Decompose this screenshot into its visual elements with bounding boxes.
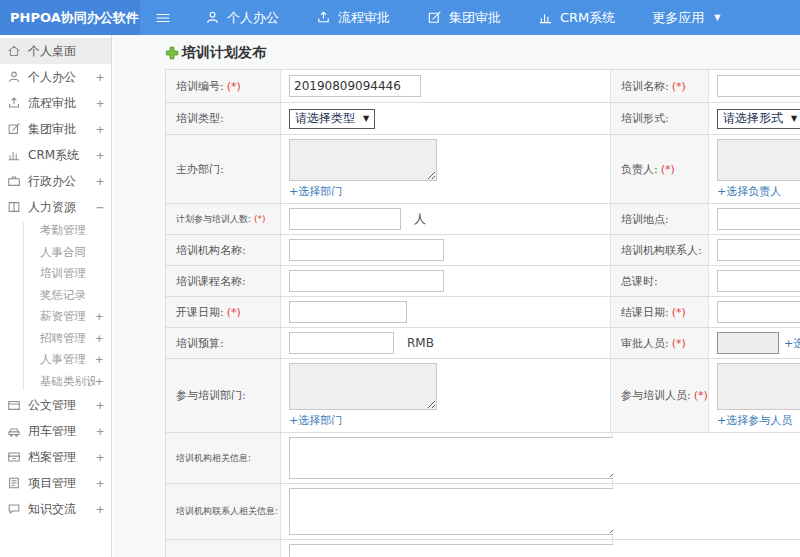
sidebar-subitem-recruitment-mgmt[interactable]: 招聘管理+ [0, 328, 111, 350]
training-location-input[interactable] [717, 208, 800, 230]
required-marker: (*) [227, 80, 241, 93]
sidebar-item-admin-office[interactable]: 行政办公+ [0, 168, 111, 194]
sidebar-item-document-mgmt[interactable]: 公文管理+ [0, 392, 111, 418]
field-cell [281, 540, 613, 557]
training-number-input[interactable] [289, 75, 421, 97]
sidebar-item-label: 用车管理 [28, 423, 96, 440]
field-label-text: 参与培训部门: [176, 388, 246, 403]
budget-input[interactable] [289, 332, 394, 354]
topnav-group-approval[interactable]: 集团审批 [427, 9, 501, 27]
archive-icon [7, 450, 22, 464]
sidebar-subitem-label: 薪资管理 [40, 309, 95, 324]
training-name-input[interactable] [717, 75, 800, 97]
end-date-input[interactable] [717, 301, 800, 323]
topnav-crm-system[interactable]: CRM系统 [538, 9, 615, 27]
required-marker: (*) [672, 337, 686, 350]
training-form-select[interactable]: 请选择形式▼ [717, 109, 800, 129]
course-name-input[interactable] [289, 270, 444, 292]
topnav-label: 更多应用 [652, 9, 704, 27]
hamburger-menu-icon[interactable] [155, 10, 171, 26]
org-contact-input[interactable] [717, 239, 800, 261]
start-date-input[interactable] [289, 301, 407, 323]
participants-textarea[interactable] [717, 363, 800, 410]
sidebar-item-project-mgmt[interactable]: 项目管理+ [0, 470, 111, 496]
expand-plus-icon[interactable]: + [96, 476, 104, 491]
expand-plus-icon[interactable]: + [96, 398, 104, 413]
participating-departments-picker-link[interactable]: +选择部门 [289, 413, 437, 428]
expand-plus-icon[interactable]: + [96, 96, 104, 111]
approvers-input[interactable] [717, 332, 779, 354]
sidebar-item-personal-desktop[interactable]: 个人桌面 [0, 38, 111, 64]
training-type-select[interactable]: 请选择类型▼ [289, 109, 375, 129]
participants-picker-link[interactable]: +选择参与人员 [717, 413, 800, 428]
planned-participants-input[interactable] [289, 208, 401, 230]
topnav-workflow-approval[interactable]: 流程审批 [316, 9, 390, 27]
sidebar-item-label: 项目管理 [28, 475, 96, 492]
leader-textarea[interactable] [717, 139, 800, 181]
field-label-text: 计划参与培训人数: [176, 213, 251, 226]
expand-plus-icon[interactable]: + [96, 174, 104, 189]
sidebar-subitem-reward-punishment[interactable]: 奖惩记录 [0, 285, 111, 307]
sidebar-item-crm-system[interactable]: CRM系统+ [0, 142, 111, 168]
sidebar-item-human-resources[interactable]: 人力资源− [0, 194, 111, 220]
expand-plus-icon[interactable]: + [96, 70, 104, 85]
sidebar-item-label: 流程审批 [28, 95, 96, 112]
sidebar-subitem-attendance-mgmt[interactable]: 考勤管理 [0, 220, 111, 242]
host-department-textarea[interactable] [289, 139, 437, 181]
form-row: 培训课程名称:总课时: [166, 266, 800, 297]
expand-plus-icon[interactable]: + [95, 374, 103, 389]
sidebar-item-label: 知识交流 [28, 501, 96, 518]
sidebar-subitem-training-mgmt[interactable]: 培训管理 [0, 263, 111, 285]
field-label: 开课日期:(*) [166, 297, 281, 327]
topnav-personal-office[interactable]: 个人办公 [205, 9, 279, 27]
expand-plus-icon[interactable]: + [95, 309, 103, 324]
sidebar-item-label: 个人办公 [28, 69, 96, 86]
field-label-text: 培训机构联系人相关信息: [176, 505, 278, 518]
org-contact-info-textarea[interactable] [289, 488, 619, 535]
sidebar-item-group-approval[interactable]: 集团审批+ [0, 116, 111, 142]
sidebar-subitem-base-category-settings[interactable]: 基础类别设置+ [0, 371, 111, 393]
approvers-picker-link[interactable]: +选择审批人员 [784, 336, 800, 351]
field-label: 计划参与培训人数:(*) [166, 204, 281, 234]
expand-plus-icon[interactable]: + [96, 502, 104, 517]
expand-plus-icon[interactable]: + [96, 450, 104, 465]
expand-plus-icon[interactable]: + [96, 424, 104, 439]
training-requirements-textarea[interactable] [289, 544, 619, 557]
sidebar-item-archive-mgmt[interactable]: 档案管理+ [0, 444, 111, 470]
sidebar-subitem-label: 培训管理 [40, 266, 103, 281]
sidebar-item-label: 集团审批 [28, 121, 96, 138]
topnav-label: 流程审批 [338, 9, 390, 27]
sidebar-item-personal-office[interactable]: 个人办公+ [0, 64, 111, 90]
field-label-text: 开课日期: [176, 305, 224, 320]
org-info-textarea[interactable] [289, 437, 619, 479]
expand-plus-icon[interactable]: + [95, 352, 103, 367]
collapse-minus-icon[interactable]: − [96, 200, 104, 215]
expand-plus-icon[interactable]: + [96, 148, 104, 163]
sidebar-subitem-personnel-mgmt[interactable]: 人事管理+ [0, 349, 111, 371]
field-label: 培训要求: [166, 540, 281, 557]
topnav-more-apps[interactable]: 更多应用▼ [652, 9, 720, 27]
field-cell [281, 70, 611, 102]
chevron-down-icon: ▼ [791, 114, 797, 123]
leader-picker-link[interactable]: +选择负责人 [717, 184, 800, 199]
field-label-text: 培训机构联系人: [621, 243, 702, 258]
total-hours-input[interactable] [717, 270, 800, 292]
field-cell: 人 [281, 204, 611, 234]
expand-plus-icon[interactable]: + [96, 122, 104, 137]
sidebar-subitem-salary-mgmt[interactable]: 薪资管理+ [0, 306, 111, 328]
field-label: 培训机构相关信息: [166, 433, 281, 483]
participating-departments-textarea[interactable] [289, 363, 437, 410]
sidebar-subitem-hr-contract[interactable]: 人事合同 [0, 242, 111, 264]
top-bar: PHPOA协同办公软件 个人办公流程审批集团审批CRM系统更多应用▼ [0, 0, 800, 35]
field-label: 培训名称:(*) [611, 70, 709, 102]
sidebar-item-workflow-approval[interactable]: 流程审批+ [0, 90, 111, 116]
field-label: 培训地点: [611, 204, 709, 234]
expand-plus-icon[interactable]: + [95, 331, 103, 346]
host-department-picker-link[interactable]: +选择部门 [289, 184, 437, 199]
form-row: 培训要求: [166, 540, 800, 557]
sidebar-item-knowledge-exchange[interactable]: 知识交流+ [0, 496, 111, 522]
org-name-input[interactable] [289, 239, 444, 261]
sidebar-subitem-label: 人事合同 [40, 245, 103, 260]
topnav-label: CRM系统 [560, 9, 615, 27]
sidebar-item-vehicle-mgmt[interactable]: 用车管理+ [0, 418, 111, 444]
